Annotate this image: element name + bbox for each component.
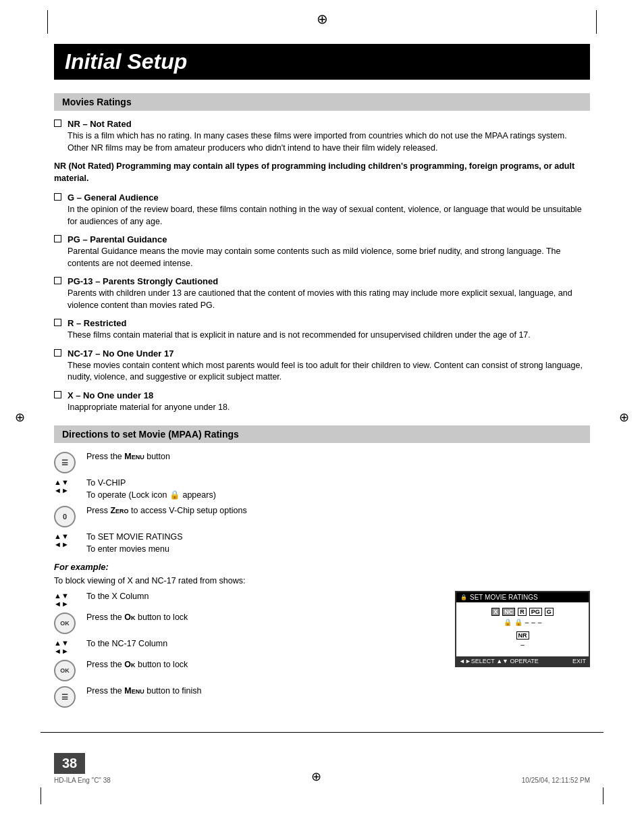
page-wrapper: ⊕ Initial Setup Movies Ratings NR – Not …	[0, 0, 644, 834]
step2-text: To V-CHIP To operate (Lock icon 🔒 appear…	[86, 477, 590, 501]
bottom-left-vline	[41, 787, 41, 804]
pg13-checkbox	[54, 277, 61, 284]
step1-icon: ☰	[54, 451, 86, 473]
tv-lock-x: 🔒	[504, 619, 512, 626]
ex-arrows-1: ▲▼ ◄►	[54, 592, 69, 608]
bottom-vlines	[0, 787, 644, 808]
footer-meta-right: 10/25/04, 12:11:52 PM	[522, 777, 590, 784]
nc17-checkbox	[54, 349, 61, 357]
step4-icon: ▲▼ ◄►	[54, 531, 86, 548]
arrows-ud-lr-2: ▲▼ ◄►	[54, 532, 69, 548]
tv-rating-r: R	[518, 608, 527, 616]
top-reg-area: ⊕	[0, 0, 644, 37]
instr-step-4: ▲▼ ◄► To SET MOVIE RATINGS To enter movi…	[54, 531, 590, 555]
step4-text: To SET MOVIE RATINGS To enter movies men…	[86, 531, 590, 555]
tv-screen-content: X NC R PG G 🔒 🔒 – – –	[456, 602, 589, 654]
step3-text: Press Zero to access V-Chip setup option…	[86, 505, 590, 517]
remote-icon-5: ☰	[54, 686, 76, 708]
r-checkbox	[54, 319, 61, 326]
ex-step2-icon: OK	[54, 612, 86, 634]
page-footer: 38 HD-ILA Eng "C" 38 ⊕ 10/25/04, 12:11:5…	[0, 746, 644, 787]
page-footer-left: 38 HD-ILA Eng "C" 38	[54, 753, 111, 784]
tv-screen-title: SET MOVIE RATINGS	[470, 594, 538, 601]
nr-bold-note: NR (Not Rated) Programming may contain a…	[54, 161, 590, 184]
directions-section: Directions to set Movie (MPAA) Ratings ☰…	[54, 425, 590, 712]
directions-header: Directions to set Movie (MPAA) Ratings	[54, 425, 590, 443]
ex-arrows-2: ▲▼ ◄►	[54, 639, 69, 655]
page-title: Initial Setup	[65, 49, 579, 74]
ex-step2-text: Press the Ok button to lock	[86, 612, 441, 624]
top-left-vline	[47, 10, 48, 34]
r-desc: These films contain material that is exp…	[68, 330, 590, 342]
ex-step3-icon: ▲▼ ◄►	[54, 638, 86, 655]
x-desc: Inappropriate material for anyone under …	[68, 402, 590, 414]
page-number: 38	[54, 753, 85, 774]
rating-x: X – No One under 18 Inappropriate materi…	[54, 390, 590, 414]
tv-nr-row: NR	[460, 631, 585, 640]
side-reg-right: ⊕	[619, 410, 629, 425]
rating-pg13: PG-13 – Parents Strongly Cautioned Paren…	[54, 276, 590, 311]
tv-rating-nc: NC	[502, 608, 515, 616]
ex-step5-icon: ☰	[54, 685, 86, 708]
tv-lock-nc: 🔒	[514, 619, 522, 626]
arrows-ud-lr-1: ▲▼ ◄►	[54, 478, 69, 494]
tv-locks-row: 🔒 🔒 – – –	[460, 619, 585, 626]
remote-icon-4: OK	[54, 660, 76, 681]
rating-r: R – Restricted These films contain mater…	[54, 318, 590, 342]
title-bar: Initial Setup	[54, 44, 590, 80]
bottom-right-vline	[603, 787, 603, 804]
top-right-vline	[596, 10, 597, 34]
tv-screen-mockup: 🔒 SET MOVIE RATINGS X NC R PG G 🔒	[455, 591, 590, 667]
step3-icon: 0	[54, 505, 86, 527]
remote-icon-2: 0	[54, 506, 76, 527]
tv-lock-g: –	[538, 619, 542, 626]
pg-checkbox	[54, 235, 61, 242]
rating-pg: PG – Parental Guidance Parental Guidance…	[54, 234, 590, 269]
ex-step-2: OK Press the Ok button to lock	[54, 612, 441, 634]
tv-ratings-row: X NC R PG G	[460, 608, 585, 616]
tv-bottom-right: EXIT	[572, 658, 586, 664]
step2-icon: ▲▼ ◄►	[54, 477, 86, 494]
tv-rating-nr: NR	[516, 631, 529, 640]
tv-screen-title-bar: 🔒 SET MOVIE RATINGS	[456, 592, 589, 602]
tv-lock-r: –	[525, 619, 529, 626]
rating-g: G – General Audience In the opinion of t…	[54, 192, 590, 228]
ex-step-5: ☰ Press the Menu button to finish	[54, 685, 441, 708]
ex-step5-text: Press the Menu button to finish	[86, 685, 441, 698]
x-title: X – No One under 18	[68, 390, 590, 400]
pg13-title: PG-13 – Parents Strongly Cautioned	[68, 276, 590, 286]
movies-ratings-header: Movies Ratings	[54, 93, 590, 111]
top-reg-mark: ⊕	[317, 11, 328, 27]
ex-step-3: ▲▼ ◄► To the NC-17 Column	[54, 638, 441, 655]
tv-rating-x: X	[491, 608, 500, 616]
remote-icon-1: ☰	[54, 452, 76, 473]
step1-text: Press the Menu button	[86, 451, 590, 463]
tv-bottom-bar: ◄►SELECT ▲▼ OPERATE EXIT	[456, 656, 589, 666]
ex-step-1: ▲▼ ◄► To the X Column	[54, 591, 441, 608]
instr-step-3: 0 Press Zero to access V-Chip setup opti…	[54, 505, 590, 527]
tv-bottom-left: ◄►SELECT ▲▼ OPERATE	[459, 658, 539, 664]
tv-rating-pg: PG	[529, 608, 542, 616]
nr-title: NR – Not Rated	[68, 119, 590, 129]
ex-step4-icon: OK	[54, 659, 86, 681]
tv-nr-dash: –	[460, 641, 585, 648]
pg-desc: Parental Guidance means the movie may co…	[68, 246, 590, 269]
content-area: Initial Setup Movies Ratings NR – Not Ra…	[0, 37, 644, 725]
instr-step-1: ☰ Press the Menu button	[54, 451, 590, 473]
ex-step1-icon: ▲▼ ◄►	[54, 591, 86, 608]
ex-step1-text: To the X Column	[86, 591, 441, 603]
movies-ratings-section: Movies Ratings NR – Not Rated This is a …	[54, 93, 590, 413]
pg-title: PG – Parental Guidance	[68, 234, 590, 244]
nr-desc: This is a film which has no rating. In m…	[68, 130, 590, 154]
rating-nc17: NC-17 – No One Under 17 These movies con…	[54, 348, 590, 384]
tv-rating-g: G	[545, 608, 554, 616]
ex-step4-text: Press the Ok button to lock	[86, 659, 441, 671]
tv-lock-pg: –	[531, 619, 535, 626]
nc17-desc: These movies contain content which most …	[68, 360, 590, 384]
ex-step-4: OK Press the Ok button to lock	[54, 659, 441, 681]
instr-step-2: ▲▼ ◄► To V-CHIP To operate (Lock icon 🔒 …	[54, 477, 590, 501]
g-desc: In the opinion of the review board, thes…	[68, 204, 590, 228]
nc17-title: NC-17 – No One Under 17	[68, 348, 590, 359]
example-area: ▲▼ ◄► To the X Column OK P	[54, 591, 590, 712]
side-reg-left: ⊕	[15, 410, 25, 425]
